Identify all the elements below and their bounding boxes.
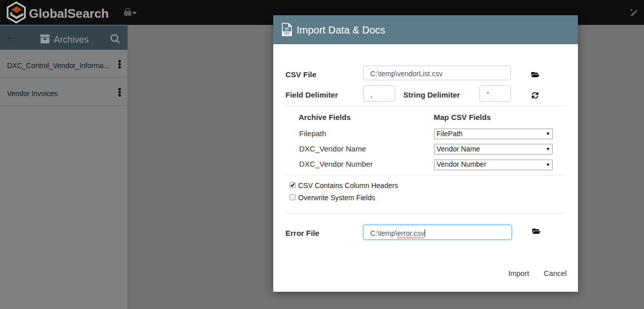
- svg-text:CSV: CSV: [284, 32, 291, 35]
